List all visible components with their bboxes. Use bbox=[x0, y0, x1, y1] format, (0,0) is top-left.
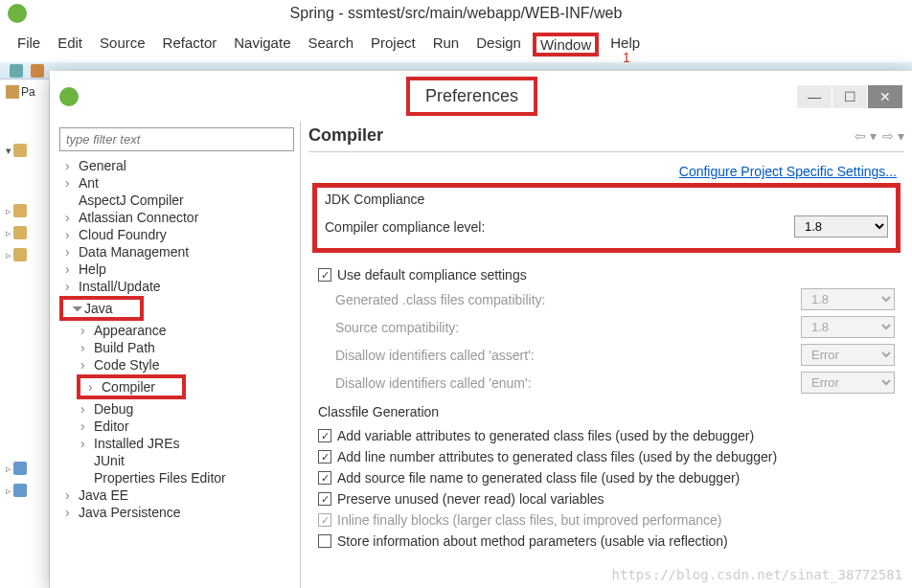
cb-preserve-unused[interactable] bbox=[318, 492, 331, 506]
close-button[interactable]: ✕ bbox=[868, 85, 902, 108]
disallow-assert-combo: Error bbox=[801, 344, 895, 366]
tree-javapersistence[interactable]: ›Java Persistence bbox=[54, 504, 296, 521]
cb-method-params[interactable] bbox=[318, 534, 331, 548]
menu-navigate[interactable]: Navigate bbox=[228, 33, 296, 57]
preferences-content: Compiler ⇦ ▾ ⇨ ▾ Configure Project Speci… bbox=[301, 122, 912, 588]
disallow-enum-label: Disallow identifiers called 'enum': bbox=[318, 375, 801, 391]
cb-var-attrs[interactable] bbox=[318, 429, 331, 442]
minimize-button[interactable]: — bbox=[797, 85, 832, 108]
menu-run[interactable]: Run bbox=[427, 33, 466, 57]
compliance-label: Compiler compliance level: bbox=[325, 219, 794, 235]
tree-junit[interactable]: JUnit bbox=[54, 452, 296, 469]
back-arrow-icon[interactable]: ⇦ ▾ bbox=[855, 128, 877, 144]
compliance-combo[interactable]: 1.8 bbox=[794, 215, 888, 237]
tree-data[interactable]: ›Data Management bbox=[54, 243, 296, 260]
package-explorer-strip: Pa bbox=[0, 79, 50, 588]
maximize-button[interactable]: ☐ bbox=[832, 85, 867, 108]
menu-bar: File Edit Source Refactor Navigate Searc… bbox=[0, 27, 912, 62]
disallow-assert-label: Disallow identifiers called 'assert': bbox=[318, 348, 801, 363]
spring-icon bbox=[59, 87, 79, 106]
toolbar-icon[interactable] bbox=[10, 64, 23, 78]
watermark-text: https://blog.csdn.net/sinat_38772581 bbox=[612, 567, 902, 582]
package-icon bbox=[6, 85, 19, 99]
folder-icon bbox=[13, 248, 27, 261]
package-explorer-tab[interactable]: Pa bbox=[4, 83, 45, 101]
folder-icon bbox=[13, 226, 27, 239]
gen-class-combo: 1.8 bbox=[801, 288, 895, 310]
menu-search[interactable]: Search bbox=[302, 33, 359, 57]
folder-icon bbox=[13, 484, 27, 497]
cb-method-params-label: Store information about method parameter… bbox=[337, 533, 895, 549]
classfile-group-label: Classfile Generation bbox=[318, 404, 895, 419]
tree-atlassian[interactable]: ›Atlassian Connector bbox=[54, 209, 296, 226]
tree-java[interactable]: ⏷Java bbox=[63, 300, 113, 317]
nav-arrows: ⇦ ▾ ⇨ ▾ bbox=[855, 128, 904, 144]
tree-propfiles[interactable]: Properties Files Editor bbox=[54, 469, 296, 486]
tree-compiler[interactable]: ›Compiler bbox=[80, 378, 155, 396]
tree-aspectj[interactable]: AspectJ Compiler bbox=[54, 192, 296, 209]
menu-edit[interactable]: Edit bbox=[52, 33, 88, 57]
package-label: Pa bbox=[21, 85, 35, 99]
tree-ant[interactable]: ›Ant bbox=[54, 174, 296, 192]
use-default-checkbox[interactable] bbox=[318, 268, 331, 282]
folder-icon bbox=[13, 204, 27, 217]
preferences-dialog: Preferences — ☐ ✕ ›General ›Ant AspectJ … bbox=[50, 71, 912, 588]
tree-editor[interactable]: ›Editor bbox=[54, 418, 296, 435]
chevron-right-icon[interactable] bbox=[6, 225, 11, 239]
cb-line-num[interactable] bbox=[318, 450, 331, 464]
chevron-right-icon[interactable] bbox=[6, 203, 11, 217]
preferences-title: Preferences bbox=[425, 86, 518, 105]
menu-refactor[interactable]: Refactor bbox=[157, 33, 223, 57]
toolbar-icon[interactable] bbox=[31, 64, 44, 78]
spring-icon bbox=[8, 4, 27, 23]
tree-codestyle[interactable]: ›Code Style bbox=[54, 356, 296, 373]
disallow-enum-combo: Error bbox=[801, 372, 895, 394]
tree-appearance[interactable]: ›Appearance bbox=[54, 322, 296, 339]
cb-line-num-label: Add line number attributes to generated … bbox=[337, 449, 895, 464]
cb-source-file-label: Add source file name to generated class … bbox=[337, 470, 895, 486]
cb-inline-label: Inline finally blocks (larger class file… bbox=[337, 512, 895, 528]
chevron-right-icon[interactable] bbox=[6, 483, 11, 497]
tree-help[interactable]: ›Help bbox=[54, 260, 296, 278]
cb-inline-finally bbox=[318, 513, 331, 527]
chevron-right-icon[interactable] bbox=[6, 461, 11, 475]
menu-window[interactable]: Window bbox=[533, 33, 599, 57]
menu-source[interactable]: Source bbox=[94, 33, 151, 57]
main-window-title: Spring - ssmtest/src/main/webapp/WEB-INF… bbox=[290, 5, 623, 22]
source-compat-combo: 1.8 bbox=[801, 316, 895, 338]
tree-debug[interactable]: ›Debug bbox=[54, 400, 296, 418]
source-compat-label: Source compatibility: bbox=[318, 320, 801, 335]
forward-arrow-icon[interactable]: ⇨ ▾ bbox=[882, 128, 904, 144]
configure-project-link[interactable]: Configure Project Specific Settings... bbox=[308, 152, 904, 183]
chevron-down-icon[interactable] bbox=[6, 143, 11, 157]
tree-jres[interactable]: ›Installed JREs bbox=[54, 435, 296, 452]
main-title-bar: Spring - ssmtest/src/main/webapp/WEB-INF… bbox=[0, 0, 912, 27]
cb-var-attrs-label: Add variable attributes to generated cla… bbox=[337, 428, 895, 443]
filter-input[interactable] bbox=[59, 127, 294, 151]
folder-icon bbox=[13, 462, 27, 475]
chevron-right-icon[interactable] bbox=[6, 247, 11, 261]
jdk-group-label: JDK Compliance bbox=[325, 192, 888, 207]
menu-design[interactable]: Design bbox=[470, 33, 527, 57]
content-heading: Compiler bbox=[308, 125, 383, 146]
window-controls: — ☐ ✕ bbox=[796, 85, 902, 108]
tree-general[interactable]: ›General bbox=[54, 157, 296, 174]
preferences-tree: ›General ›Ant AspectJ Compiler ›Atlassia… bbox=[50, 122, 301, 588]
gen-class-label: Generated .class files compatibility: bbox=[318, 292, 801, 307]
tree-javaee[interactable]: ›Java EE bbox=[54, 486, 296, 504]
cb-source-file[interactable] bbox=[318, 471, 331, 485]
menu-file[interactable]: File bbox=[11, 33, 46, 57]
preferences-titlebar: Preferences — ☐ ✕ bbox=[50, 71, 912, 122]
tree-cloud[interactable]: ›Cloud Foundry bbox=[54, 226, 296, 243]
menu-project[interactable]: Project bbox=[365, 33, 422, 57]
folder-icon bbox=[13, 144, 27, 157]
tree-build[interactable]: ›Build Path bbox=[54, 339, 296, 356]
jdk-compliance-group: JDK Compliance Compiler compliance level… bbox=[312, 183, 901, 253]
tree-install[interactable]: ›Install/Update bbox=[54, 278, 296, 295]
cb-preserve-label: Preserve unused (never read) local varia… bbox=[337, 491, 895, 507]
use-default-label: Use default compliance settings bbox=[337, 267, 895, 283]
